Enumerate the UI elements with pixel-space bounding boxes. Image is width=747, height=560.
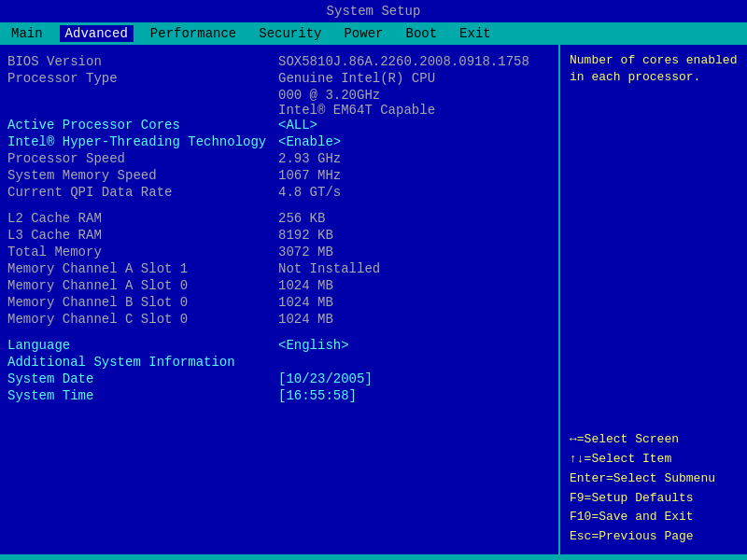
menu-item-main[interactable]: Main <box>6 25 49 42</box>
row-value-19[interactable]: [16:55:58] <box>278 388 357 403</box>
help-bottom-5: Esc=Previous Page <box>570 527 738 547</box>
title-bar: System Setup <box>0 0 747 22</box>
screen: System Setup MainAdvancedPerformanceSecu… <box>0 0 747 560</box>
row-extra-1-1: Intel® EM64T Capable <box>278 103 551 118</box>
row-value-13: 1024 MB <box>278 295 333 310</box>
row-12: Memory Channel A Slot 01024 MB <box>7 278 551 293</box>
row-label-12: Memory Channel A Slot 0 <box>7 278 278 293</box>
help-text-bottom: ↔=Select Screen↑↓=Select ItemEnter=Selec… <box>570 430 738 547</box>
row-label-6: Current QPI Data Rate <box>7 185 278 200</box>
row-value-3[interactable]: <Enable> <box>278 134 341 149</box>
row-4: Processor Speed2.93 GHz <box>7 151 551 166</box>
row-1: Processor TypeGenuine Intel(R) CPU <box>7 71 551 86</box>
right-panel: Number of cores enabled in each processo… <box>560 45 747 554</box>
row-label-4: Processor Speed <box>7 151 278 166</box>
menu-item-exit[interactable]: Exit <box>454 25 497 42</box>
row-value-5: 1067 MHz <box>278 168 341 183</box>
spacer-15 <box>7 329 551 338</box>
row-value-1: Genuine Intel(R) CPU <box>278 71 435 86</box>
row-6: Current QPI Data Rate4.8 GT/s <box>7 185 551 200</box>
row-value-2[interactable]: <ALL> <box>278 118 317 133</box>
row-label-5: System Memory Speed <box>7 168 278 183</box>
row-value-11: Not Installed <box>278 261 380 276</box>
row-19: System Time[16:55:58] <box>7 388 551 403</box>
row-label-11: Memory Channel A Slot 1 <box>7 261 278 276</box>
row-18: System Date[10/23/2005] <box>7 371 551 386</box>
row-0: BIOS VersionSOX5810J.86A.2260.2008.0918.… <box>7 54 551 69</box>
help-bottom-0: ↔=Select Screen <box>570 430 738 450</box>
bottom-bar <box>0 554 747 560</box>
row-label-16: Language <box>7 338 278 353</box>
row-value-6: 4.8 GT/s <box>278 185 341 200</box>
title-text: System Setup <box>327 4 421 19</box>
left-panel: BIOS VersionSOX5810J.86A.2260.2008.0918.… <box>0 45 560 554</box>
row-value-18[interactable]: [10/23/2005] <box>278 371 373 386</box>
row-13: Memory Channel B Slot 01024 MB <box>7 295 551 310</box>
row-label-2: Active Processor Cores <box>7 118 278 133</box>
row-value-0: SOX5810J.86A.2260.2008.0918.1758 <box>278 54 529 69</box>
row-17: Additional System Information <box>7 355 551 370</box>
row-10: Total Memory3072 MB <box>7 245 551 259</box>
row-5: System Memory Speed1067 MHz <box>7 168 551 183</box>
help-bottom-3: F9=Setup Defaults <box>570 489 738 509</box>
row-label-13: Memory Channel B Slot 0 <box>7 295 278 310</box>
row-11: Memory Channel A Slot 1Not Installed <box>7 261 551 276</box>
help-bottom-1: ↑↓=Select Item <box>570 450 738 469</box>
menu-item-security[interactable]: Security <box>253 25 327 42</box>
row-3: Intel® Hyper-Threading Technology<Enable… <box>7 134 551 149</box>
row-value-12: 1024 MB <box>278 278 333 293</box>
spacer-7 <box>7 202 551 211</box>
row-value-4: 2.93 GHz <box>278 151 341 166</box>
row-label-1: Processor Type <box>7 71 278 86</box>
menu-item-power[interactable]: Power <box>338 25 388 42</box>
main-content: BIOS VersionSOX5810J.86A.2260.2008.0918.… <box>0 45 747 554</box>
row-label-3: Intel® Hyper-Threading Technology <box>7 134 278 149</box>
row-label-8: L2 Cache RAM <box>7 211 278 226</box>
row-value-9: 8192 KB <box>278 228 333 243</box>
row-value-8: 256 KB <box>278 211 325 226</box>
row-14: Memory Channel C Slot 01024 MB <box>7 312 551 327</box>
help-text-top: Number of cores enabled in each processo… <box>570 52 738 86</box>
row-value-16[interactable]: <English> <box>278 338 349 353</box>
help-bottom-2: Enter=Select Submenu <box>570 469 738 489</box>
menu-item-advanced[interactable]: Advanced <box>60 25 134 42</box>
row-extra-1-0: 000 @ 3.20GHz <box>278 88 551 103</box>
row-16: Language<English> <box>7 338 551 353</box>
row-2: Active Processor Cores<ALL> <box>7 118 551 133</box>
row-label-9: L3 Cache RAM <box>7 228 278 243</box>
row-label-17: Additional System Information <box>7 355 278 370</box>
menu-item-performance[interactable]: Performance <box>145 25 242 42</box>
menu-bar: MainAdvancedPerformanceSecurityPowerBoot… <box>0 22 747 45</box>
row-label-0: BIOS Version <box>7 54 278 69</box>
row-label-14: Memory Channel C Slot 0 <box>7 312 278 327</box>
row-8: L2 Cache RAM256 KB <box>7 211 551 226</box>
row-value-14: 1024 MB <box>278 312 333 327</box>
row-label-10: Total Memory <box>7 245 278 259</box>
help-bottom-4: F10=Save and Exit <box>570 508 738 527</box>
menu-item-boot[interactable]: Boot <box>400 25 443 42</box>
row-9: L3 Cache RAM8192 KB <box>7 228 551 243</box>
row-value-10: 3072 MB <box>278 245 333 259</box>
row-label-19: System Time <box>7 388 278 403</box>
row-label-18: System Date <box>7 371 278 386</box>
